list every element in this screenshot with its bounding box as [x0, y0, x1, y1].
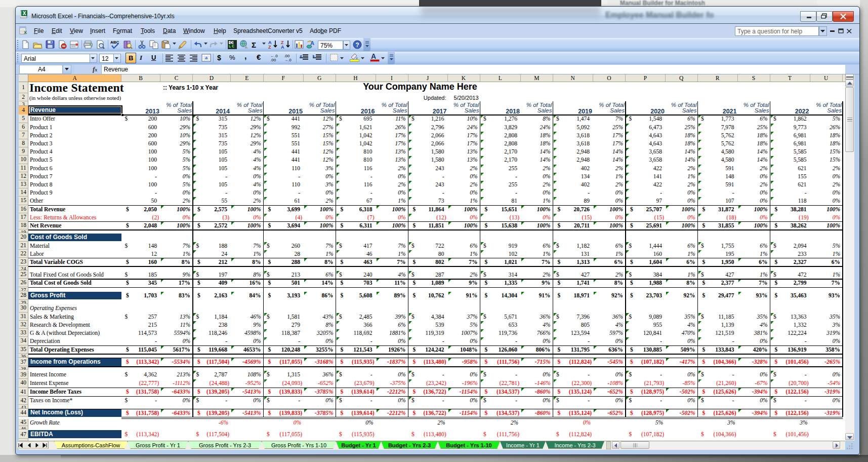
svg-text:X: X: [24, 30, 27, 35]
svg-text:€: €: [232, 44, 234, 49]
svg-text:Z: Z: [268, 45, 271, 49]
svg-text:?: ?: [355, 42, 359, 49]
svg-text:X: X: [23, 11, 26, 16]
svg-text:.00: .00: [270, 58, 276, 62]
svg-text:→.0: →.0: [284, 58, 292, 62]
svg-text:A: A: [310, 40, 314, 46]
svg-text:A: A: [281, 45, 284, 49]
